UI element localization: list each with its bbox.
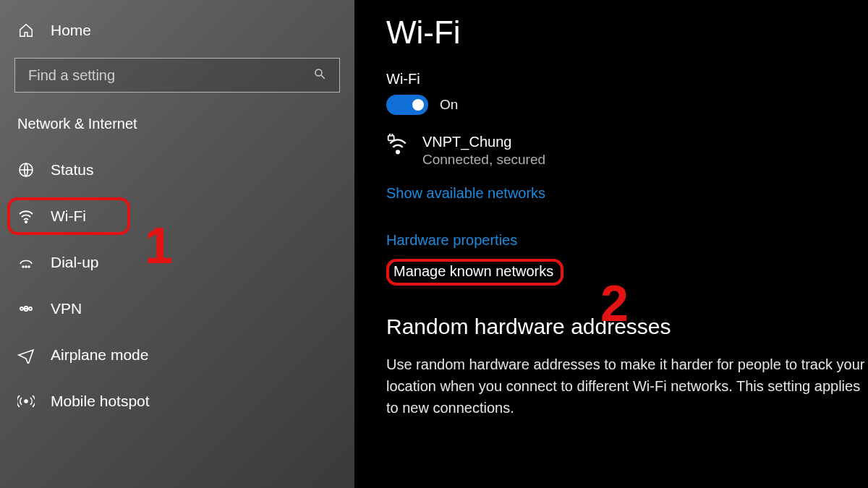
vpn-icon: [17, 300, 35, 317]
annotation-number-1: 1: [145, 217, 173, 275]
svg-line-1: [321, 75, 325, 79]
sidebar-item-status[interactable]: Status: [0, 147, 354, 193]
wifi-subhead: Wi-Fi: [386, 71, 868, 87]
wifi-toggle-state: On: [440, 97, 458, 113]
sidebar-item-label: VPN: [51, 300, 82, 317]
search-box[interactable]: [14, 58, 340, 93]
sidebar-item-vpn[interactable]: VPN: [0, 286, 354, 332]
sidebar-item-label: Airplane mode: [51, 346, 148, 364]
wifi-icon: [17, 207, 35, 225]
airplane-icon: [17, 346, 35, 364]
link-manage-known-networks[interactable]: Manage known networks: [386, 259, 563, 286]
settings-sidebar: Home Network & Internet Status: [0, 0, 354, 488]
sidebar-item-label: Dial-up: [51, 254, 99, 271]
svg-point-10: [25, 400, 27, 403]
home-icon: [17, 22, 35, 39]
wifi-secured-icon: [386, 134, 409, 160]
sidebar-item-dialup[interactable]: Dial-up: [0, 239, 354, 286]
svg-point-7: [20, 307, 23, 310]
sidebar-nav: Status Wi-Fi Dial-up: [0, 140, 354, 424]
svg-point-11: [396, 150, 399, 153]
sidebar-section-title: Network & Internet: [0, 93, 354, 140]
sidebar-item-label: Wi-Fi: [51, 207, 86, 225]
manage-known-label: Manage known networks: [393, 263, 553, 279]
link-hardware-properties[interactable]: Hardware properties: [386, 232, 517, 249]
wifi-toggle[interactable]: [386, 95, 428, 115]
sidebar-item-hotspot[interactable]: Mobile hotspot: [0, 378, 354, 424]
annotation-number-2: 2: [600, 275, 629, 333]
current-network[interactable]: VNPT_Chung Connected, secured: [386, 134, 868, 168]
hotspot-icon: [17, 393, 35, 410]
globe-icon: [17, 161, 35, 179]
dialup-icon: [17, 254, 35, 271]
svg-point-3: [25, 221, 27, 223]
random-hw-description: Use random hardware addresses to make it…: [386, 354, 868, 419]
sidebar-item-wifi[interactable]: Wi-Fi: [0, 193, 354, 239]
svg-point-4: [22, 266, 24, 267]
svg-point-0: [315, 69, 322, 76]
svg-point-6: [28, 266, 30, 267]
svg-point-5: [25, 266, 27, 267]
main-panel: Wi-Fi Wi-Fi On VNPT_Chung Connected, sec…: [354, 0, 868, 488]
sidebar-home[interactable]: Home: [0, 22, 354, 58]
link-show-available-networks[interactable]: Show available networks: [386, 185, 545, 202]
network-name: VNPT_Chung: [422, 134, 545, 150]
sidebar-item-label: Status: [51, 161, 94, 179]
wifi-toggle-row: On: [386, 95, 868, 115]
svg-rect-12: [388, 136, 394, 141]
sidebar-home-label: Home: [51, 22, 91, 39]
search-icon: [313, 67, 326, 84]
sidebar-item-airplane[interactable]: Airplane mode: [0, 332, 354, 378]
page-title: Wi-Fi: [386, 14, 868, 51]
svg-point-8: [29, 307, 32, 310]
sidebar-item-label: Mobile hotspot: [51, 393, 150, 410]
network-status: Connected, secured: [422, 152, 545, 168]
search-input[interactable]: [28, 67, 313, 84]
